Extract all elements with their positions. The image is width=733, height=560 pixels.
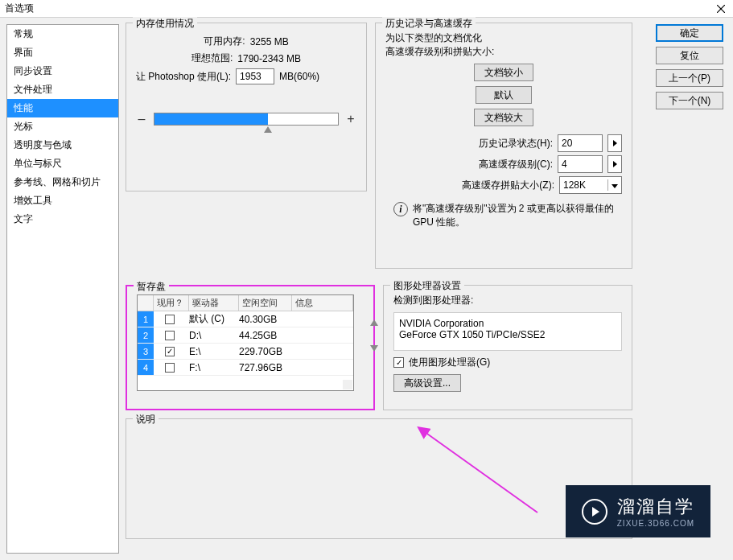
optimize-for-label: 为以下类型的文档优化 [385, 31, 622, 45]
let-use-label: 让 Photoshop 使用(L): [136, 70, 231, 84]
watermark-title: 溜溜自学 [617, 495, 694, 519]
sidebar-item-filehandling[interactable]: 文件处理 [7, 80, 118, 99]
cache-levels-stepper[interactable] [607, 155, 622, 173]
free-cell: 727.96GB [236, 362, 289, 373]
table-row[interactable]: 1默认 (C)40.30GB [138, 311, 353, 327]
history-states-label: 历史记录状态(H): [479, 137, 553, 150]
active-checkbox[interactable] [165, 331, 175, 340]
gpu-vendor: NVIDIA Corporation [399, 318, 616, 329]
history-fieldset: 历史记录与高速缓存 为以下类型的文档优化 高速缓存级别和拼贴大小: 文档较小 默… [375, 23, 632, 269]
memory-slider[interactable] [154, 113, 339, 126]
sidebar-item-plugins[interactable]: 增效工具 [7, 191, 118, 210]
prev-button[interactable]: 上一个(P) [656, 69, 723, 87]
row-number: 1 [138, 311, 154, 327]
tile-size-select[interactable]: 128K [559, 176, 622, 194]
chevron-right-icon [613, 161, 617, 167]
drive-cell: F:\ [186, 362, 236, 373]
table-row[interactable]: 2D:\44.25GB [138, 327, 353, 344]
scratch-legend: 暂存盘 [134, 280, 169, 294]
doc-big-button[interactable]: 文档较大 [474, 109, 533, 126]
close-icon [717, 5, 725, 13]
sidebar-item-cursors[interactable]: 光标 [7, 117, 118, 136]
cache-note: 将"高速缓存级别"设置为 2 或更高以获得最佳的 GPU 性能。 [413, 202, 614, 229]
ok-button[interactable]: 确定 [656, 24, 723, 42]
doc-small-button[interactable]: 文档较小 [474, 64, 533, 81]
drive-cell: D:\ [186, 330, 236, 341]
scratch-fieldset: 暂存盘 现用？ 驱动器 空闲空间 信息 1默认 (C)40.30GB2D:\44… [126, 285, 375, 410]
active-checkbox[interactable] [165, 363, 175, 373]
slider-decrease-icon[interactable]: – [136, 112, 147, 126]
description-fieldset: 说明 [126, 418, 632, 539]
sidebar-item-units[interactable]: 单位与标尺 [7, 154, 118, 173]
ideal-label: 理想范围: [191, 51, 233, 65]
memory-legend: 内存使用情况 [133, 17, 197, 31]
available-label: 可用内存: [204, 35, 245, 48]
drive-cell: E:\ [186, 346, 236, 357]
description-legend: 说明 [133, 413, 159, 426]
table-header: 现用？ 驱动器 空闲空间 信息 [138, 295, 353, 311]
history-states-stepper[interactable] [607, 134, 622, 152]
next-button[interactable]: 下一个(N) [656, 92, 723, 109]
window-title: 首选项 [5, 2, 34, 15]
ideal-value: 1790-2343 MB [237, 53, 301, 64]
table-row[interactable]: 3E:\229.70GB [138, 344, 353, 360]
free-cell: 40.30GB [236, 314, 289, 325]
free-cell: 44.25GB [236, 330, 289, 341]
active-checkbox[interactable] [165, 315, 175, 324]
chevron-up-icon [370, 319, 378, 326]
free-cell: 229.70GB [236, 346, 289, 357]
available-value: 3255 MB [250, 36, 289, 47]
sidebar-item-guides[interactable]: 参考线、网格和切片 [7, 173, 118, 191]
move-down-button[interactable] [369, 343, 380, 354]
col-num [138, 295, 154, 311]
gpu-legend: 图形处理器设置 [390, 279, 464, 293]
sidebar-item-performance[interactable]: 性能 [7, 99, 118, 117]
sidebar-item-general[interactable]: 常规 [7, 25, 118, 43]
col-active[interactable]: 现用？ [154, 295, 189, 311]
slider-increase-icon[interactable]: + [345, 112, 356, 126]
watermark: 溜溜自学 ZIXUE.3D66.COM [566, 485, 710, 537]
sidebar-item-interface[interactable]: 界面 [7, 43, 118, 62]
info-icon: i [393, 202, 408, 216]
gpu-detected-label: 检测到图形处理器: [393, 294, 622, 307]
cache-levels-input[interactable]: 4 [558, 155, 603, 173]
gpu-info-box: NVIDIA Corporation GeForce GTX 1050 Ti/P… [393, 312, 622, 351]
memory-input[interactable] [236, 68, 274, 84]
doc-default-button[interactable]: 默认 [476, 86, 532, 104]
chevron-right-icon [613, 140, 617, 146]
drive-cell: 默认 (C) [186, 312, 236, 326]
active-checkbox[interactable] [165, 347, 175, 356]
memory-unit: MB(60%) [279, 71, 319, 82]
row-number: 3 [138, 344, 154, 359]
col-free[interactable]: 空闲空间 [239, 295, 292, 311]
table-row[interactable]: 4F:\727.96GB [138, 360, 353, 376]
move-up-button[interactable] [369, 317, 380, 328]
col-info[interactable]: 信息 [292, 295, 353, 311]
slider-thumb-icon[interactable] [264, 126, 272, 133]
title-bar: 首选项 [0, 0, 733, 18]
sidebar-item-sync[interactable]: 同步设置 [7, 62, 118, 80]
use-gpu-label: 使用图形处理器(G) [409, 356, 490, 369]
history-legend: 历史记录与高速缓存 [382, 17, 476, 31]
row-number: 4 [138, 360, 154, 375]
cache-levels-label: 高速缓存级别(C): [479, 158, 553, 171]
chevron-down-icon [370, 345, 378, 352]
history-states-input[interactable]: 20 [558, 134, 603, 152]
dialog-buttons: 确定 复位 上一个(P) 下一个(N) [653, 18, 733, 560]
chevron-down-icon [612, 184, 618, 188]
close-button[interactable] [714, 2, 728, 16]
gpu-model: GeForce GTX 1050 Ti/PCIe/SSE2 [399, 329, 616, 340]
sidebar-item-transparency[interactable]: 透明度与色域 [7, 136, 118, 154]
cache-tile-label: 高速缓存级别和拼贴大小: [385, 45, 622, 59]
memory-fieldset: 内存使用情况 可用内存: 3255 MB 理想范围: 1790-2343 MB … [126, 23, 367, 191]
gpu-advanced-button[interactable]: 高级设置... [393, 374, 461, 392]
sidebar-item-type[interactable]: 文字 [7, 210, 118, 229]
scroll-corner [343, 380, 352, 389]
category-sidebar: 常规 界面 同步设置 文件处理 性能 光标 透明度与色域 单位与标尺 参考线、网… [6, 24, 119, 554]
slider-fill [154, 113, 268, 125]
reset-button[interactable]: 复位 [656, 47, 723, 64]
use-gpu-checkbox[interactable] [393, 357, 404, 368]
col-drive[interactable]: 驱动器 [189, 295, 239, 311]
scratch-table: 现用？ 驱动器 空闲空间 信息 1默认 (C)40.30GB2D:\44.25G… [137, 294, 354, 391]
play-icon [582, 499, 607, 525]
